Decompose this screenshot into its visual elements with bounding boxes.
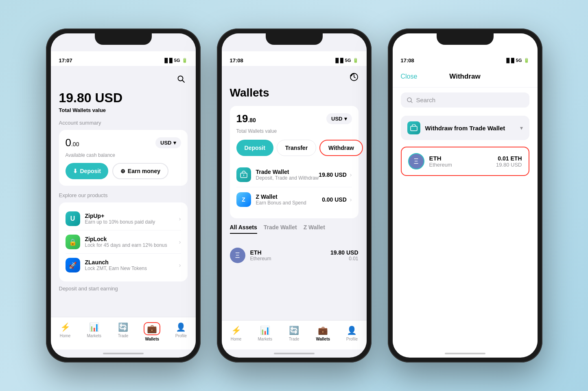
deposit-arrow-icon: ⬇: [73, 168, 78, 174]
zlaunch-icon: 🚀: [66, 258, 80, 272]
bottom-nav-1: ⚡ Home 📊 Markets 🔄 Trade 💼 Wallets 👤 Pro…: [51, 317, 196, 349]
status-bar-1: 17:07 ▐▌█ 5G 🔋: [51, 51, 196, 66]
eth-crypto-amount: 0.01 ETH: [496, 155, 522, 162]
trade-wallet-desc: Deposit, Trade and Withdraw: [256, 175, 319, 181]
svg-rect-7: [411, 126, 417, 131]
nav-profile-2[interactable]: 👤 Profile: [337, 324, 366, 343]
nav-markets[interactable]: 📊 Markets: [80, 321, 109, 343]
eth-icon-selected: Ξ: [408, 153, 424, 169]
cash-balance: 0.00: [66, 136, 79, 149]
withdraw-title: Withdraw: [433, 72, 497, 81]
zlaunch-desc: Lock ZMT, Earn New Tokens: [85, 266, 179, 271]
tab-all-assets[interactable]: All Assets: [230, 224, 257, 234]
tab-trade-wallet[interactable]: Trade Wallet: [264, 224, 297, 234]
deposit-btn-wallets[interactable]: Deposit: [236, 140, 273, 156]
z-wallet-name: Z Wallet: [256, 193, 322, 200]
z-wallet-desc: Earn Bonus and Spend: [256, 200, 322, 206]
nav-home-2[interactable]: ⚡ Home: [222, 324, 251, 343]
page-title: Wallets: [230, 86, 358, 99]
close-button[interactable]: Close: [401, 73, 433, 80]
cash-label: Available cash balance: [66, 152, 181, 158]
eth-icon-2: Ξ: [230, 248, 245, 263]
bottom-nav-2: ⚡ Home 📊 Markets 🔄 Trade 💼 Wallets 👤 Pro…: [222, 320, 367, 349]
trade-icon-2: 🔄: [289, 325, 299, 335]
total-wallets-label: Total Wallets value: [236, 128, 352, 134]
nav-trade[interactable]: 🔄 Trade: [109, 321, 138, 343]
profile-icon: 👤: [176, 322, 186, 332]
history-button[interactable]: [350, 72, 358, 83]
svg-line-6: [411, 101, 412, 103]
deposit-button[interactable]: ⬇ Deposit: [66, 163, 108, 179]
phone-2: 17:08 ▐▌█ 5G 🔋: [217, 29, 372, 362]
eth-full-2: Ethereum: [250, 256, 331, 261]
nav-wallets-label-2: Wallets: [316, 337, 330, 341]
status-icons-2: ▐▌█ 5G 🔋: [334, 58, 358, 63]
products-card: U ZipUp+ Earn up to 10% bonus paid daily…: [59, 202, 188, 281]
nav-wallets-label: Wallets: [145, 337, 159, 341]
zlaunch-item[interactable]: 🚀 ZLaunch Lock ZMT, Earn New Tokens ›: [66, 254, 181, 277]
chevron-down-icon-2: ▾: [344, 116, 347, 122]
eth-asset-item[interactable]: Ξ ETH Ethereum 19.80 USD 0.01: [230, 243, 358, 268]
home-indicator-2: [222, 349, 367, 358]
chevron-down-icon: ▾: [173, 140, 176, 146]
status-time-1: 17:07: [59, 57, 72, 64]
earn-money-button[interactable]: ⊕ Earn money: [112, 163, 168, 179]
search-placeholder: Search: [416, 97, 436, 103]
tab-z-wallet[interactable]: Z Wallet: [304, 224, 325, 234]
chevron-z: ›: [350, 196, 352, 203]
deposit-earn-label: Deposit and start earning: [59, 286, 188, 292]
home-icon-2: ⚡: [231, 325, 241, 335]
eth-selected-item[interactable]: Ξ ETH Ethereum 0.01 ETH 19.80 USD: [401, 147, 529, 176]
search-button[interactable]: [175, 72, 188, 86]
trade-wallet-icon: [236, 167, 251, 182]
nav-profile[interactable]: 👤 Profile: [166, 321, 195, 343]
nav-home-label: Home: [60, 334, 71, 338]
wallets-screen: Wallets 19 .80 USD ▾ Total Wallets value: [222, 66, 367, 320]
home-icon: ⚡: [60, 322, 70, 332]
status-time-2: 17:08: [230, 57, 243, 64]
search-bar[interactable]: Search: [401, 92, 529, 108]
chevron-down-icon-3: ▾: [520, 125, 523, 131]
zlaunch-name: ZLaunch: [85, 259, 179, 266]
ziplock-icon: 🔒: [66, 235, 80, 249]
status-icons-1: ▐▌█ 5G 🔋: [163, 58, 187, 63]
home-header: [59, 72, 188, 86]
nav-trade-2[interactable]: 🔄 Trade: [280, 324, 308, 343]
nav-wallets-2[interactable]: 💼 Wallets: [308, 324, 337, 343]
wallet-summary-card: 19 .80 USD ▾ Total Wallets value Deposit…: [230, 106, 358, 218]
markets-icon-2: 📊: [260, 325, 270, 335]
battery-icon-3: 🔋: [524, 58, 529, 63]
ziplock-item[interactable]: 🔒 ZipLock Lock for 45 days and earn 12% …: [66, 231, 181, 254]
currency-selector-1[interactable]: USD ▾: [155, 137, 181, 148]
wallets-icon-2: 💼: [318, 325, 328, 335]
eth-name-3: ETH: [429, 155, 496, 162]
explore-label: Explore our products: [59, 192, 188, 198]
markets-icon: 📊: [89, 322, 99, 332]
network-1: 5G: [174, 58, 180, 63]
section-name: Withdraw from Trade Wallet: [425, 125, 520, 132]
trade-wallet-item[interactable]: Trade Wallet Deposit, Trade and Withdraw…: [236, 163, 352, 187]
eth-usd-2: 19.80 USD: [330, 249, 358, 256]
profile-icon-2: 👤: [347, 325, 357, 335]
total-int: 19: [236, 112, 248, 125]
action-buttons: ⬇ Deposit ⊕ Earn money: [66, 163, 181, 179]
z-wallet-amount: 0.00 USD: [322, 196, 347, 203]
nav-markets-2[interactable]: 📊 Markets: [251, 324, 280, 343]
network-2: 5G: [345, 58, 351, 63]
nav-wallets[interactable]: 💼 Wallets: [138, 321, 166, 343]
withdraw-btn[interactable]: Withdraw: [319, 140, 363, 156]
transfer-btn[interactable]: Transfer: [277, 140, 316, 156]
eth-full-3: Ethereum: [429, 162, 496, 168]
eth-count-2: 0.01: [330, 256, 358, 261]
chevron-icon: ›: [179, 215, 181, 222]
eth-name-2: ETH: [250, 249, 331, 256]
z-wallet-item[interactable]: Z Z Wallet Earn Bonus and Spend 0.00 USD…: [236, 187, 352, 212]
currency-selector-2[interactable]: USD ▾: [326, 113, 352, 124]
home-indicator-1: [51, 349, 196, 358]
zipup-item[interactable]: U ZipUp+ Earn up to 10% bonus paid daily…: [66, 207, 181, 231]
nav-home[interactable]: ⚡ Home: [51, 321, 80, 343]
withdraw-from-trade-wallet[interactable]: Withdraw from Trade Wallet ▾: [401, 116, 529, 140]
status-time-3: 17:08: [401, 57, 414, 64]
signal-icon-3: ▐▌█: [505, 58, 514, 63]
nav-profile-label: Profile: [175, 334, 187, 338]
